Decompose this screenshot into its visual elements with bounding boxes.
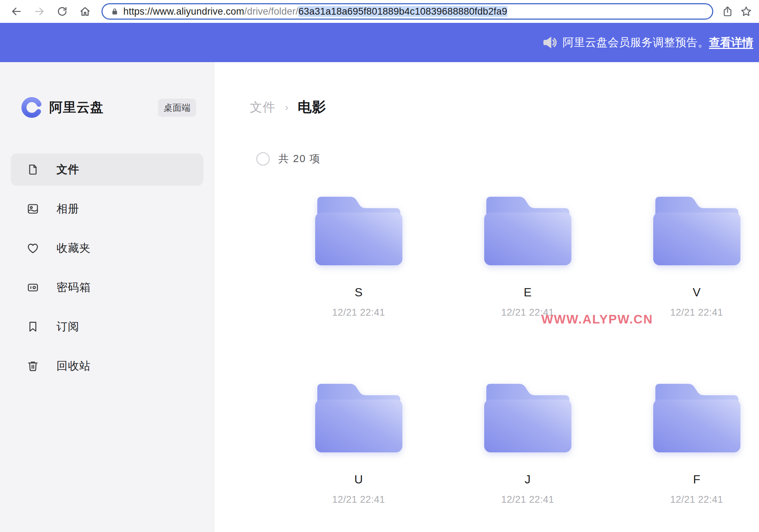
megaphone-icon: [542, 35, 558, 50]
reload-button[interactable]: [54, 4, 70, 19]
breadcrumb-parent[interactable]: 文件: [250, 99, 276, 116]
folder-name: F: [693, 473, 700, 486]
reload-icon: [56, 6, 68, 17]
breadcrumb-separator: ›: [285, 101, 288, 113]
url-text: https://www.aliyundrive.com/drive/folder…: [123, 6, 507, 17]
sidebar-nav: 文件 相册 收藏夹 密码箱 订阅 回收站: [0, 154, 214, 382]
main-content: 文件 › 电影 共 20 项 S 12/21 22:41 E 12/21 22:…: [214, 62, 759, 532]
back-button[interactable]: [9, 4, 24, 19]
bookmark-icon: [26, 320, 39, 333]
folder-timestamp: 12/21 22:41: [332, 307, 385, 318]
folder-icon: [481, 380, 574, 455]
sidebar-item-albums[interactable]: 相册: [11, 193, 203, 225]
banner-detail-link[interactable]: 查看详情: [709, 35, 753, 50]
star-icon: [740, 6, 752, 17]
file-icon: [26, 163, 39, 176]
folder-timestamp: 12/21 22:41: [332, 494, 385, 505]
folder-item[interactable]: S 12/21 22:41: [274, 192, 443, 318]
share-button[interactable]: [720, 4, 735, 19]
folder-icon: [312, 192, 405, 267]
folder-item[interactable]: U 12/21 22:41: [274, 380, 443, 505]
folder-timestamp: 12/21 22:41: [501, 494, 554, 505]
breadcrumb-current: 电影: [298, 97, 326, 117]
forward-button[interactable]: [31, 4, 47, 19]
logo-row: 阿里云盘 桌面端: [0, 96, 214, 119]
breadcrumb: 文件 › 电影: [250, 98, 759, 116]
safebox-icon: [26, 281, 39, 294]
banner-text: 阿里云盘会员服务调整预告。: [563, 35, 709, 50]
sidebar-item-files[interactable]: 文件: [11, 154, 203, 186]
folder-name: E: [524, 286, 531, 299]
folder-name: U: [354, 473, 363, 486]
trash-icon: [26, 360, 39, 372]
home-icon: [79, 6, 91, 17]
count-row: 共 20 项: [250, 150, 759, 168]
item-count: 共 20 项: [278, 152, 321, 166]
sidebar: 阿里云盘 桌面端 文件 相册 收藏夹 密码箱 订阅: [0, 62, 214, 532]
sidebar-item-favorites[interactable]: 收藏夹: [11, 232, 203, 264]
folder-icon: [481, 192, 574, 267]
bookmark-star-button[interactable]: [738, 4, 754, 19]
sidebar-item-safebox[interactable]: 密码箱: [11, 271, 203, 303]
folder-name: J: [525, 473, 531, 486]
folder-timestamp: 12/21 22:41: [670, 307, 723, 318]
aliyundrive-logo-icon: [21, 96, 43, 119]
folder-timestamp: 12/21 22:41: [670, 494, 723, 505]
folder-item[interactable]: J 12/21 22:41: [443, 380, 612, 505]
lock-icon: [110, 7, 119, 16]
folder-timestamp: 12/21 22:41: [501, 307, 554, 318]
folder-item[interactable]: E 12/21 22:41: [443, 192, 612, 318]
folder-item[interactable]: F 12/21 22:41: [612, 380, 759, 505]
photo-icon: [26, 202, 39, 215]
browser-toolbar: https://www.aliyundrive.com/drive/folder…: [0, 0, 759, 23]
back-icon: [11, 6, 22, 17]
select-all-checkbox[interactable]: [256, 152, 270, 166]
sidebar-item-subscriptions[interactable]: 订阅: [11, 311, 203, 343]
sidebar-item-trash[interactable]: 回收站: [11, 350, 203, 382]
share-icon: [722, 6, 733, 17]
folder-item[interactable]: V 12/21 22:41: [612, 192, 759, 318]
folder-grid: S 12/21 22:41 E 12/21 22:41 V 12/21 22:4…: [274, 192, 759, 505]
app-name: 阿里云盘: [49, 99, 104, 116]
desktop-client-badge[interactable]: 桌面端: [158, 99, 196, 117]
folder-name: V: [693, 286, 700, 299]
folder-name: S: [354, 286, 362, 299]
url-selected-text: 63a31a18a695f801889b4c10839688880fdb2fa9: [298, 6, 507, 17]
url-bar[interactable]: https://www.aliyundrive.com/drive/folder…: [101, 3, 713, 20]
folder-icon: [312, 380, 405, 455]
heart-icon: [26, 242, 39, 255]
home-button[interactable]: [77, 4, 93, 19]
folder-icon: [650, 380, 743, 455]
forward-icon: [34, 6, 45, 17]
folder-icon: [650, 192, 743, 267]
notice-banner: 阿里云盘会员服务调整预告。 查看详情: [0, 23, 759, 62]
